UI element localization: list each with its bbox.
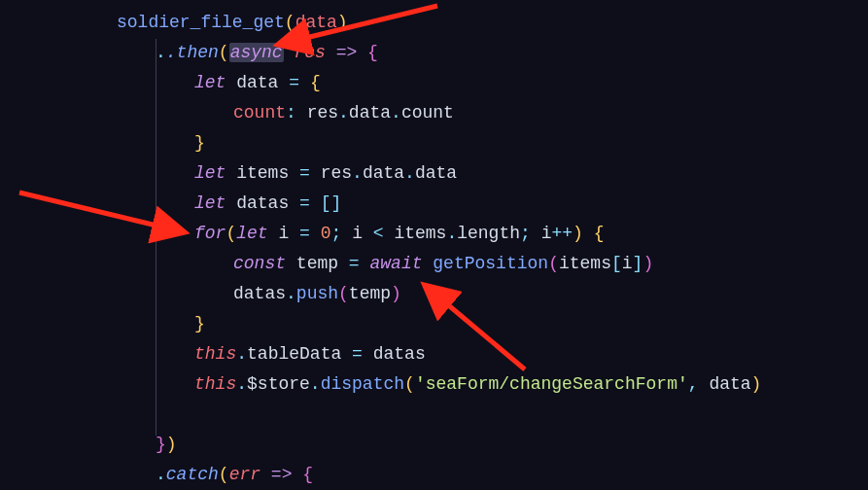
code-line: let data = {: [0, 68, 868, 98]
code-line: let datas = []: [0, 189, 868, 219]
code-line: this.tableData = datas: [0, 339, 868, 369]
code-line: }: [0, 128, 868, 158]
code-line: .catch(err => {: [0, 460, 868, 490]
code-editor[interactable]: soldier_file_get(data) ..then(async res …: [0, 0, 868, 490]
code-line: ..then(async res => {: [0, 38, 868, 68]
await-keyword: await: [369, 254, 422, 273]
function-call: soldier_file_get: [117, 13, 285, 32]
code-line: }): [0, 430, 868, 460]
code-line: this.$store.dispatch('seaForm/changeSear…: [0, 369, 868, 400]
code-line: }: [0, 309, 868, 339]
code-line: let items = res.data.data: [0, 158, 868, 189]
async-keyword: async: [229, 43, 284, 62]
code-line: const temp = await getPosition(items[i]): [0, 249, 868, 279]
code-line: count: res.data.count: [0, 98, 868, 128]
code-line-for: for(let i = 0; i < items.length; i++) {: [0, 219, 868, 249]
code-line-blank: [0, 400, 868, 430]
indent-guide: [156, 39, 156, 436]
code-line: datas.push(temp): [0, 279, 868, 309]
code-line: soldier_file_get(data): [0, 8, 868, 38]
